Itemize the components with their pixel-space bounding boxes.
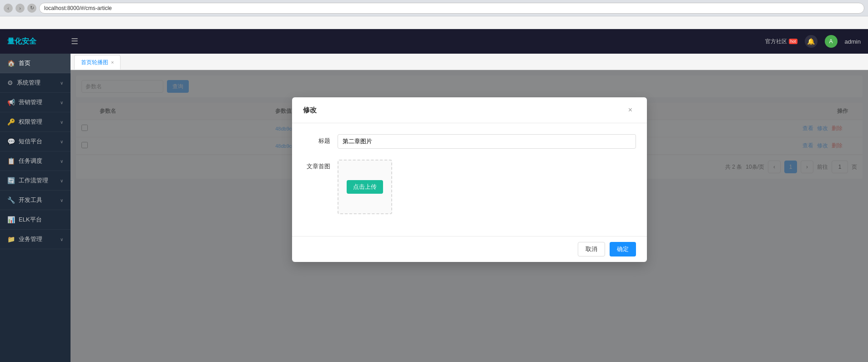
chevron-down-icon-5: ∨ (60, 159, 63, 164)
elk-icon: 📊 (7, 216, 15, 223)
official-site-link[interactable]: 官方社区 hot (765, 38, 797, 45)
sidebar-item-home[interactable]: 🏠 首页 (0, 54, 71, 73)
chevron-down-icon-4: ∨ (60, 139, 63, 144)
upload-button[interactable]: 点击上传 (347, 180, 383, 194)
chevron-down-icon-3: ∨ (60, 120, 63, 125)
permissions-icon: 🔑 (7, 118, 15, 126)
sidebar-item-elk-label: ELK平台 (19, 216, 42, 224)
avatar[interactable]: A (825, 35, 838, 48)
refresh-button[interactable]: ↻ (27, 4, 36, 13)
title-form-row: 标题 (303, 134, 636, 149)
chevron-down-icon-2: ∨ (60, 100, 63, 105)
sidebar-item-permissions[interactable]: 🔑 权限管理 ∨ (0, 112, 71, 132)
chevron-down-icon-8: ∨ (60, 237, 63, 242)
avatar-text: A (829, 38, 833, 45)
workflow-icon: 🔄 (7, 177, 15, 184)
app-logo: 量化安全 (7, 37, 71, 46)
notification-icon: 🔔 (807, 38, 815, 45)
chevron-down-icon-7: ∨ (60, 198, 63, 203)
title-form-control (338, 134, 636, 149)
back-button[interactable]: ‹ (4, 4, 13, 13)
forward-button[interactable]: › (15, 4, 25, 13)
edit-modal: 修改 × 标题 文章首图 (292, 97, 647, 262)
sidebar-item-business[interactable]: 📁 业务管理 ∨ (0, 230, 71, 249)
modal-overlay: 修改 × 标题 文章首图 (71, 70, 868, 362)
image-form-control: 点击上传 (338, 160, 636, 214)
sidebar-item-devtools-label: 开发工具 (19, 196, 42, 204)
username-label: admin (845, 38, 861, 45)
sidebar-item-elk[interactable]: 📊 ELK平台 (0, 210, 71, 230)
official-site-label: 官方社区 (765, 38, 787, 45)
address-text: localhost:8000/#/cms-article (44, 5, 112, 11)
business-icon: 📁 (7, 236, 15, 243)
tab-carousel[interactable]: 首页轮播图 × (74, 55, 121, 70)
sidebar-item-marketing-label: 营销管理 (19, 98, 42, 106)
sidebar-item-sms-label: 短信平台 (19, 137, 42, 146)
app-header: 量化安全 ☰ 官方社区 hot 🔔 A admin (0, 29, 868, 54)
sidebar-item-sms[interactable]: 💬 短信平台 ∨ (0, 132, 71, 151)
sidebar-item-tasks-label: 任务调度 (19, 157, 42, 165)
marketing-icon: 📢 (7, 99, 15, 106)
cancel-button[interactable]: 取消 (578, 242, 605, 256)
sidebar-item-home-label: 首页 (19, 59, 30, 67)
sidebar-item-devtools[interactable]: 🔧 开发工具 ∨ (0, 191, 71, 210)
upload-area[interactable]: 点击上传 (338, 160, 392, 214)
sms-icon: 💬 (7, 138, 15, 145)
image-form-row: 文章首图 点击上传 (303, 160, 636, 214)
sidebar-item-tasks[interactable]: 📋 任务调度 ∨ (0, 151, 71, 171)
modal-title: 修改 (303, 106, 317, 115)
tab-carousel-label: 首页轮播图 (81, 59, 108, 66)
browser-bar: ‹ › ↻ localhost:8000/#/cms-article (0, 0, 868, 16)
address-bar[interactable]: localhost:8000/#/cms-article (39, 3, 864, 14)
header-actions: 官方社区 hot 🔔 A admin (765, 35, 861, 48)
bookmarks-bar (0, 16, 868, 29)
tab-bar: 首页轮播图 × (71, 54, 868, 70)
sidebar-item-permissions-label: 权限管理 (19, 118, 42, 126)
devtools-icon: 🔧 (7, 196, 15, 204)
title-label: 标题 (303, 134, 330, 145)
sidebar-item-workflow-label: 工作流管理 (19, 176, 48, 185)
system-icon: ⚙ (7, 79, 13, 86)
title-input[interactable] (338, 134, 636, 149)
notification-button[interactable]: 🔔 (805, 35, 818, 48)
sidebar-item-system[interactable]: ⚙ 系统管理 ∨ (0, 73, 71, 93)
home-icon: 🏠 (7, 60, 15, 67)
hamburger-menu[interactable]: ☰ (71, 36, 78, 46)
app-container: 量化安全 ☰ 官方社区 hot 🔔 A admin 🏠 首页 ⚙ (0, 29, 868, 362)
sidebar-item-workflow[interactable]: 🔄 工作流管理 ∨ (0, 171, 71, 191)
chevron-down-icon-6: ∨ (60, 178, 63, 183)
modal-body: 标题 文章首图 点击上传 (292, 123, 647, 236)
sidebar: 🏠 首页 ⚙ 系统管理 ∨ 📢 营销管理 ∨ 🔑 权限管理 ∨ 💬 短信平台 (0, 54, 71, 362)
modal-header: 修改 × (292, 97, 647, 123)
main-content: 首页轮播图 × 查询 参数名 参数值 操作 (71, 54, 868, 362)
tasks-icon: 📋 (7, 157, 15, 165)
page-content: 查询 参数名 参数值 操作 48db9ccdc458e9eeeeb9e6def0… (71, 70, 868, 362)
modal-footer: 取消 确定 (292, 236, 647, 262)
sidebar-item-marketing[interactable]: 📢 营销管理 ∨ (0, 93, 71, 112)
confirm-button[interactable]: 确定 (610, 242, 636, 256)
chevron-down-icon: ∨ (60, 80, 63, 85)
hot-badge: hot (789, 39, 797, 44)
sidebar-item-business-label: 业务管理 (19, 235, 42, 243)
sidebar-item-system-label: 系统管理 (17, 79, 40, 87)
tab-close-icon[interactable]: × (111, 60, 114, 65)
image-label: 文章首图 (303, 160, 330, 171)
content-area: 🏠 首页 ⚙ 系统管理 ∨ 📢 营销管理 ∨ 🔑 权限管理 ∨ 💬 短信平台 (0, 54, 868, 362)
modal-close-button[interactable]: × (625, 105, 636, 116)
